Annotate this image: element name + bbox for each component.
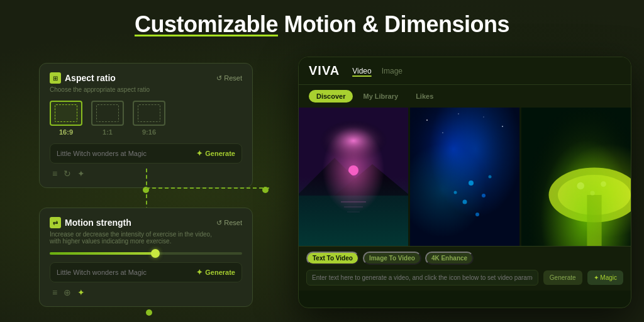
motion-icon: ⇄ [50,217,61,228]
motion-text-input[interactable] [57,269,196,276]
generate-star-icon: ✦ [196,149,203,158]
svg-point-18 [463,200,467,204]
aspect-item-tall[interactable]: 9:16 [133,101,165,136]
svg-point-28 [601,181,606,187]
viva-nav-image[interactable]: Image [382,67,402,75]
viva-nav-video[interactable]: Video [352,67,371,75]
toolbar-magic-icon[interactable]: ✦ [77,169,85,179]
motion-generate-star-icon: ✦ [196,268,203,277]
motion-input-row: ✦ Generate [50,262,242,282]
viva-panel: VIVA Video Image Discover My Library Lik… [298,57,631,308]
svg-rect-0 [299,108,408,246]
aspect-item-square[interactable]: 1:1 [91,101,124,136]
svg-point-12 [458,113,459,114]
svg-marker-3 [299,158,372,196]
motion-reset-icon: ↺ [216,219,222,227]
motion-generate-button[interactable]: ✦ Generate [196,268,235,277]
svg-point-15 [442,132,443,133]
motion-toolbar: ≡ ⊕ ✦ [50,287,242,297]
svg-point-14 [483,116,484,117]
viva-nav: Video Image [352,67,402,75]
svg-point-24 [549,168,631,223]
title-word-customizable: Customizable [135,11,278,37]
svg-point-25 [558,175,631,215]
aspect-text-input[interactable] [57,150,196,157]
svg-rect-23 [521,108,631,246]
aspect-box-inner [55,104,77,122]
motion-slider-fill [50,252,155,255]
svg-point-27 [577,182,584,190]
aspect-box-16-9[interactable] [50,101,82,126]
aspect-box-9-16[interactable] [133,101,165,126]
motion-card-header: ⇄ Motion strength ↺ Reset [50,217,242,228]
aspect-generate-button[interactable]: ✦ Generate [196,149,235,158]
aspect-icon: ⊞ [50,72,61,84]
toolbar-eq-icon[interactable]: ≡ [52,169,57,179]
viva-topbar: VIVA Video Image [299,57,631,85]
svg-rect-5 [299,196,408,246]
viva-magic-button[interactable]: ✦ Magic [587,270,623,285]
connector-dot-bottom [146,309,152,316]
aspect-label-1-1: 1:1 [103,128,113,136]
aspect-options-row: 16:9 1:1 9:16 [50,101,242,136]
svg-point-11 [426,119,428,121]
title-suffix: Motion & Dimensions [278,11,509,37]
svg-rect-10 [410,108,519,246]
motion-strength-card: ⇄ Motion strength ↺ Reset Increase or de… [39,208,253,307]
viva-bottom-tab-image-to-video[interactable]: Image To Video [363,252,421,265]
viva-bottom-tab-text-to-video[interactable]: Text To Video [306,252,359,265]
svg-point-17 [482,194,486,197]
title-area: Customizable Motion & Dimensions [0,11,644,38]
aspect-label-16-9: 16:9 [59,128,73,136]
svg-point-19 [489,175,492,179]
page-title: Customizable Motion & Dimensions [0,11,644,38]
motion-reset-label: Reset [224,219,242,226]
motion-toolbar-eq-icon[interactable]: ≡ [52,287,57,297]
svg-rect-9 [410,108,519,246]
connector-dot-2 [262,187,269,193]
viva-tab-library[interactable]: My Library [355,90,406,103]
motion-title-row: ⇄ Motion strength [50,217,131,228]
aspect-item-wide[interactable]: 16:9 [50,101,82,136]
motion-toolbar-link-icon[interactable]: ⊕ [64,287,71,297]
connector-horizontal-1 [146,187,269,189]
motion-slider-thumb[interactable] [151,249,160,258]
svg-point-29 [590,191,594,195]
aspect-input-row: ✦ Generate [50,143,242,164]
motion-generate-label: Generate [205,269,235,276]
viva-input-row: Generate ✦ Magic [306,270,623,286]
motion-slider-track [50,252,242,255]
aspect-card-title: Aspect ratio [65,73,116,83]
aspect-generate-label: Generate [205,150,235,157]
viva-tab-likes[interactable]: Likes [408,90,441,103]
motion-subtitle: Increase or decrease the intensity of ex… [50,231,242,245]
svg-rect-1 [299,108,408,177]
viva-grid-image-sunset [299,108,408,246]
motion-toolbar-magic-icon[interactable]: ✦ [77,287,85,297]
viva-bottom-tab-4k-enhance[interactable]: 4K Enhance [425,252,474,265]
reset-icon: ↺ [216,74,222,82]
svg-marker-4 [335,164,408,196]
svg-rect-26 [587,195,601,246]
svg-point-21 [454,191,457,194]
viva-tab-discover[interactable]: Discover [309,90,353,103]
viva-grid-image-mushroom [521,108,631,246]
svg-point-2 [348,165,358,175]
viva-text-input[interactable] [306,270,538,286]
aspect-subtitle: Choose the appropriate aspect ratio [50,86,242,93]
aspect-box-1-1[interactable] [91,101,124,126]
viva-tabs-row: Discover My Library Likes [299,85,631,108]
motion-reset-button[interactable]: ↺ Reset [216,219,242,227]
viva-image-grid [299,108,631,246]
viva-bottom-tabs-row: Text To Video Image To Video 4K Enhance [306,252,623,265]
svg-point-13 [502,126,503,127]
viva-generate-button[interactable]: Generate [543,270,582,285]
aspect-reset-button[interactable]: ↺ Reset [216,74,242,82]
aspect-title-row: ⊞ Aspect ratio [50,72,116,84]
viva-logo: VIVA [309,64,340,78]
svg-rect-22 [521,108,631,246]
motion-slider-container [50,252,242,255]
viva-bottom-panel: Text To Video Image To Video 4K Enhance … [299,246,631,291]
aspect-reset-label: Reset [224,74,242,82]
toolbar-refresh-icon[interactable]: ↻ [64,169,71,179]
